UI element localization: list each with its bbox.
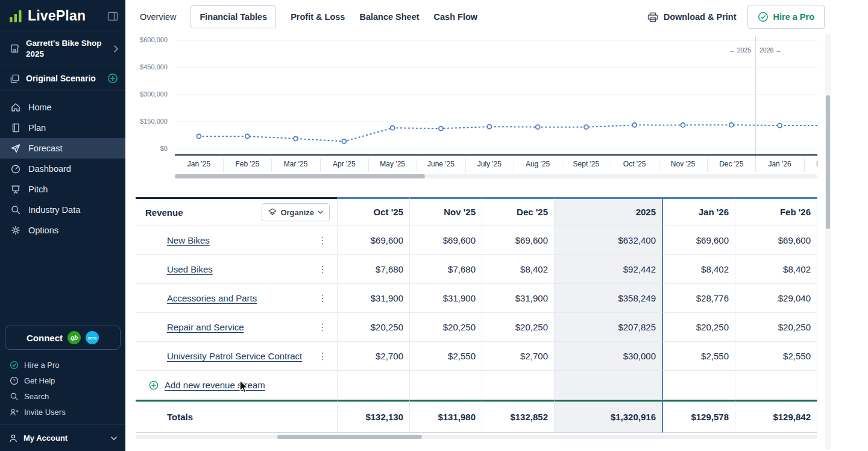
chart-data-point[interactable] [487,125,491,129]
nav-label: Options [28,226,58,235]
kebab-menu-icon[interactable]: ⋮ [318,265,327,274]
right-gutter [837,0,868,451]
sidebar-item-forecast[interactable]: Forecast [0,138,125,159]
chart-data-point[interactable] [536,125,540,129]
add-revenue-stream-link[interactable]: Add new revenue stream [165,380,265,390]
value-cell: $20,250 [410,313,482,342]
totals-label: Totals [167,412,193,422]
sidebar-link-invite-users[interactable]: Invite Users [0,404,125,420]
value-cell: $31,900 [410,284,482,313]
liveplan-logo-text: LivePlan [28,8,102,24]
chart-data-point[interactable] [632,123,637,127]
revenue-row-label-cell: Used Bikes⋮ [136,255,338,284]
chart-data-point[interactable] [584,125,588,129]
chart-data-point[interactable] [342,139,346,144]
options-icon [10,225,21,236]
tab-financial-tables[interactable]: Financial Tables [190,5,276,28]
revenue-stream-link[interactable]: University Patrol Service Contract [167,351,302,361]
totals-label-cell: Totals [136,400,338,433]
value-cell: $2,550 [663,342,735,371]
printer-icon [647,12,658,22]
organize-label: Organize [280,208,314,217]
sidebar-item-industry-data[interactable]: Industry Data [0,200,125,220]
sidebar-item-pitch[interactable]: Pitch [0,179,125,200]
download-print-button[interactable]: Download & Print [647,12,737,22]
y-axis-tick: $600,000 [124,36,168,43]
nav-label: Pitch [28,184,48,194]
kebab-menu-icon[interactable]: ⋮ [318,323,327,332]
nav-label: Forecast [28,144,62,153]
sidebar-item-home[interactable]: Home [0,97,125,118]
value-cell: $69,600 [338,226,410,255]
collapse-sidebar-icon[interactable] [107,11,118,22]
chart-data-point[interactable] [197,134,201,139]
my-account-button[interactable]: My Account [0,424,125,451]
sidebar-link-search[interactable]: Search [0,388,125,404]
chart-data-point[interactable] [391,126,395,130]
revenue-section-label: Revenue [145,207,183,218]
next-year-label[interactable]: 2026 → [760,46,782,54]
sidebar-item-plan[interactable]: Plan [0,118,125,138]
value-cell: $8,402 [735,255,817,284]
add-scenario-icon[interactable] [107,73,118,84]
sidebar-bottom: Connect qb xero Hire a Pro ? Get Help Se… [0,326,125,451]
vertical-scrollbar[interactable] [826,95,830,229]
tab-profit-loss[interactable]: Profit & Loss [291,12,345,22]
value-cell: $92,442 [555,255,663,284]
empty-cell [338,371,410,400]
company-name: Garrett's Bike Shop 2025 [26,38,108,59]
x-axis-label: June '25 [414,160,468,168]
revenue-stream-link[interactable]: New Bikes [167,235,210,245]
organize-button[interactable]: Organize [262,203,330,221]
download-print-label: Download & Print [664,12,737,22]
divider [0,90,125,91]
chart-data-point[interactable] [778,124,782,128]
x-axis-label: Feb '26 [801,160,817,168]
company-selector[interactable]: Garrett's Bike Shop 2025 [0,31,125,66]
tab-overview[interactable]: Overview [140,12,176,22]
chart-data-point[interactable] [294,136,298,140]
kebab-menu-icon[interactable]: ⋮ [318,294,327,303]
table-row: New Bikes⋮$69,600$69,600$69,600$632,400$… [136,226,817,255]
column-header: Oct '25 [338,197,410,226]
sidebar-link-get-help[interactable]: ? Get Help [0,373,125,388]
chart-data-point[interactable] [681,123,685,127]
value-cell: $20,250 [663,313,735,342]
column-header: 2025 [555,197,663,226]
revenue-stream-link[interactable]: Used Bikes [167,264,213,274]
revenue-stream-link[interactable]: Repair and Service [167,322,244,332]
link-label: Invite Users [24,408,66,417]
x-axis-label: Sept '25 [559,160,613,168]
sidebar-item-options[interactable]: Options [0,220,125,241]
hire-a-pro-button[interactable]: Hire a Pro [747,5,825,29]
chart-data-point[interactable] [245,134,250,139]
chart-data-point[interactable] [729,123,734,127]
scenario-selector[interactable]: Original Scenario [0,66,125,90]
totals-value-cell: $131,980 [410,400,482,433]
value-cell: $30,000 [555,342,663,371]
revenue-stream-link[interactable]: Accessories and Parts [167,293,257,303]
report-tabs: Overview Financial Tables Profit & Loss … [125,5,477,28]
totals-value-cell: $132,130 [338,400,410,433]
chart-data-point[interactable] [439,127,443,131]
tab-cash-flow[interactable]: Cash Flow [434,12,478,22]
tab-balance-sheet[interactable]: Balance Sheet [359,12,419,22]
column-header: Jan '26 [663,197,735,226]
sidebar-item-dashboard[interactable]: Dashboard [0,159,125,179]
home-icon [10,102,21,113]
topbar-actions: Download & Print Hire a Pro [647,0,825,34]
table-horizontal-scrollbar[interactable] [277,435,422,439]
kebab-menu-icon[interactable]: ⋮ [318,236,327,245]
link-label: Get Help [24,376,55,385]
scenario-name: Original Scenario [26,74,101,83]
chevron-down-icon [318,210,323,214]
check-circle-icon [10,361,19,370]
connect-button[interactable]: Connect qb xero [5,326,121,350]
value-cell: $632,400 [555,226,663,255]
chart-horizontal-scrollbar[interactable] [175,174,425,178]
kebab-menu-icon[interactable]: ⋮ [318,352,327,361]
sidebar-link-hire-a-pro[interactable]: Hire a Pro [0,357,125,373]
value-cell: $358,249 [555,284,663,313]
prev-year-label[interactable]: ← 2025 [699,46,751,54]
value-cell: $7,680 [410,255,482,284]
